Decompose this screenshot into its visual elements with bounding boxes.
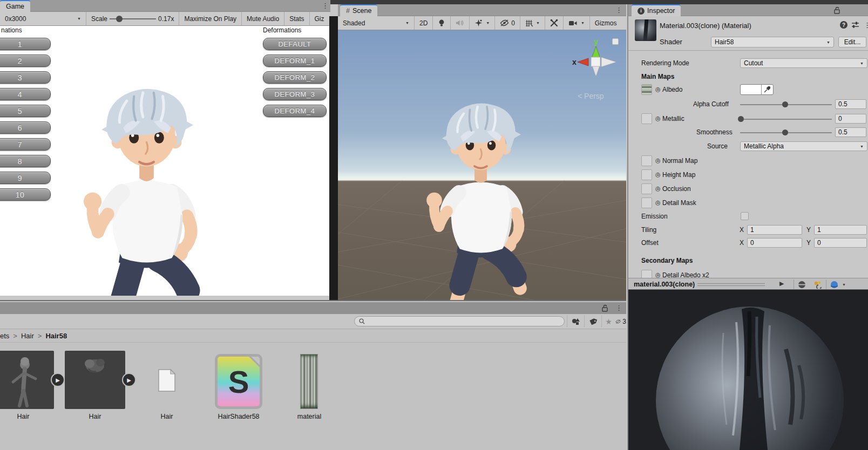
scene-gizmos-dropdown[interactable]: Gizmos xyxy=(590,16,622,30)
animation-button-7[interactable]: 7 xyxy=(0,138,51,151)
scene-grid-dropdown[interactable]: ▼ xyxy=(520,16,545,30)
game-menu-icon[interactable]: ⋮ xyxy=(322,1,329,11)
game-gizmos-button[interactable]: Giz xyxy=(310,12,329,25)
scene-camera-dropdown[interactable]: ▼ xyxy=(564,16,590,30)
scene-tools-button[interactable] xyxy=(545,16,564,30)
preview-lighting-icon[interactable] xyxy=(813,281,822,289)
preview-environment-icon[interactable] xyxy=(830,281,838,289)
deformation-button-1[interactable]: DEFORM_1 xyxy=(263,54,327,67)
animation-button-5[interactable]: 5 xyxy=(0,105,51,117)
material-menu-icon[interactable]: ⋮ xyxy=(864,21,868,30)
persp-label[interactable]: < Persp xyxy=(578,92,604,100)
tab-game[interactable]: Game xyxy=(0,0,30,12)
metallic-slider-thumb[interactable] xyxy=(738,116,744,122)
scene-shading-dropdown[interactable]: Shaded ▼ xyxy=(338,16,415,30)
deformation-button-2[interactable]: DEFORM_2 xyxy=(263,71,327,84)
shader-dropdown[interactable]: Hair58 ▼ xyxy=(711,37,834,47)
smoothness-value[interactable]: 0.5 xyxy=(835,127,866,137)
asset-thumbnail-model[interactable] xyxy=(0,351,54,409)
metallic-slider[interactable] xyxy=(740,119,832,120)
tiling-x-field[interactable]: 1 xyxy=(747,225,802,235)
tiling-y-field[interactable]: 1 xyxy=(814,225,867,235)
offset-y-field[interactable]: 0 xyxy=(814,238,867,248)
project-search[interactable] xyxy=(354,316,565,326)
texture-picker-icon[interactable]: ◎ xyxy=(655,272,661,278)
asset-label[interactable]: HairShader58 xyxy=(208,413,269,420)
help-icon[interactable]: ? xyxy=(840,21,847,29)
texture-picker-icon[interactable]: ◎ xyxy=(655,200,661,206)
asset-expand-arrow[interactable]: ▶ xyxy=(51,373,65,387)
unlock-icon[interactable] xyxy=(833,6,840,14)
scene-audio-toggle[interactable] xyxy=(451,16,470,30)
breadcrumb-hair[interactable]: Hair xyxy=(21,332,34,340)
height-map-slot[interactable] xyxy=(641,169,652,180)
search-input[interactable] xyxy=(368,318,551,325)
game-scale-slider-thumb[interactable] xyxy=(116,16,123,22)
panel-divider[interactable] xyxy=(329,16,338,300)
preview-play-button[interactable]: ▶ xyxy=(779,280,784,287)
animation-button-1[interactable]: 1 xyxy=(0,38,51,50)
asset-thumbnail-shader[interactable]: S xyxy=(215,354,262,409)
preview-drag-handle[interactable] xyxy=(697,283,765,286)
asset-label[interactable]: Hair xyxy=(144,413,190,420)
texture-picker-icon[interactable]: ◎ xyxy=(655,158,661,163)
scene-lighting-toggle[interactable] xyxy=(433,16,451,30)
metallic-value[interactable]: 0 xyxy=(835,114,866,124)
normal-map-slot[interactable] xyxy=(641,155,652,166)
source-dropdown[interactable]: Metallic Alpha ▼ xyxy=(740,141,867,151)
texture-picker-icon[interactable]: ◎ xyxy=(655,86,661,92)
search-by-type-button[interactable] xyxy=(567,315,584,328)
asset-label[interactable]: Hair xyxy=(65,413,125,420)
scene-lock-icon[interactable] xyxy=(612,38,619,45)
game-scale-slider[interactable] xyxy=(110,16,156,22)
deformation-button-default[interactable]: DEFAULT xyxy=(263,38,327,50)
detail-mask-slot[interactable] xyxy=(641,197,652,208)
preview-sphere-icon[interactable] xyxy=(798,281,806,289)
animation-button-3[interactable]: 3 xyxy=(0,71,51,84)
animation-button-6[interactable]: 6 xyxy=(0,121,51,134)
asset-thumbnail-hair-mesh[interactable] xyxy=(65,351,125,409)
deformation-button-3[interactable]: DEFORM_3 xyxy=(263,88,327,100)
favorites-button[interactable]: ★ xyxy=(601,315,615,328)
animation-button-4[interactable]: 4 xyxy=(0,88,51,100)
smoothness-slider-thumb[interactable] xyxy=(782,129,788,135)
stats-button[interactable]: Stats xyxy=(284,12,309,25)
texture-picker-icon[interactable]: ◎ xyxy=(655,115,661,121)
chevron-down-icon[interactable]: ▼ xyxy=(842,283,846,287)
animation-button-9[interactable]: 9 xyxy=(0,172,51,184)
scene-2d-toggle[interactable]: 2D xyxy=(415,16,433,30)
breadcrumb-assets[interactable]: ets xyxy=(0,332,9,340)
alpha-cutoff-value[interactable]: 0.5 xyxy=(835,99,866,109)
game-resolution-dropdown[interactable]: 0x3000 ▼ xyxy=(0,12,86,25)
material-preview-area[interactable] xyxy=(628,290,868,450)
shader-edit-button[interactable]: Edit... xyxy=(838,37,866,47)
material-preview-header[interactable]: material.003(clone) ▶ ▼ xyxy=(628,278,868,290)
asset-thumbnail-texture[interactable] xyxy=(300,354,318,409)
game-view[interactable]: nations 1 2 3 4 5 6 7 8 9 10 Deformation… xyxy=(0,26,329,296)
mute-audio-button[interactable]: Mute Audio xyxy=(242,12,284,25)
texture-picker-icon[interactable]: ◎ xyxy=(655,172,661,178)
texture-picker-icon[interactable]: ◎ xyxy=(655,186,661,192)
deformation-button-4[interactable]: DEFORM_4 xyxy=(263,105,327,117)
tab-inspector[interactable]: i Inspector xyxy=(632,4,681,16)
scene-hidden-toggle[interactable]: 0 xyxy=(495,16,520,30)
asset-label[interactable]: material xyxy=(286,413,333,420)
rendering-mode-dropdown[interactable]: Cutout ▼ xyxy=(740,58,867,68)
search-by-label-button[interactable] xyxy=(584,315,601,328)
offset-x-field[interactable]: 0 xyxy=(747,238,802,248)
scene-orientation-gizmo[interactable]: y x xyxy=(571,37,619,86)
emission-checkbox[interactable] xyxy=(741,212,749,220)
asset-expand-arrow[interactable]: ▶ xyxy=(122,373,136,387)
animation-button-2[interactable]: 2 xyxy=(0,54,51,67)
animation-button-8[interactable]: 8 xyxy=(0,155,51,167)
occlusion-slot[interactable] xyxy=(641,183,652,194)
asset-label[interactable]: Hair xyxy=(0,413,54,420)
scene-menu-icon[interactable]: ⋮ xyxy=(615,5,622,15)
eyedropper-icon[interactable] xyxy=(763,86,770,93)
hidden-assets-toggle[interactable]: 3 xyxy=(615,315,626,328)
scene-effects-dropdown[interactable]: ▼ xyxy=(470,16,495,30)
scene-view[interactable]: y x < Persp xyxy=(338,30,626,300)
metallic-texture-slot[interactable] xyxy=(641,113,652,124)
scene-character[interactable] xyxy=(403,97,558,300)
asset-thumbnail-file[interactable] xyxy=(158,365,176,396)
